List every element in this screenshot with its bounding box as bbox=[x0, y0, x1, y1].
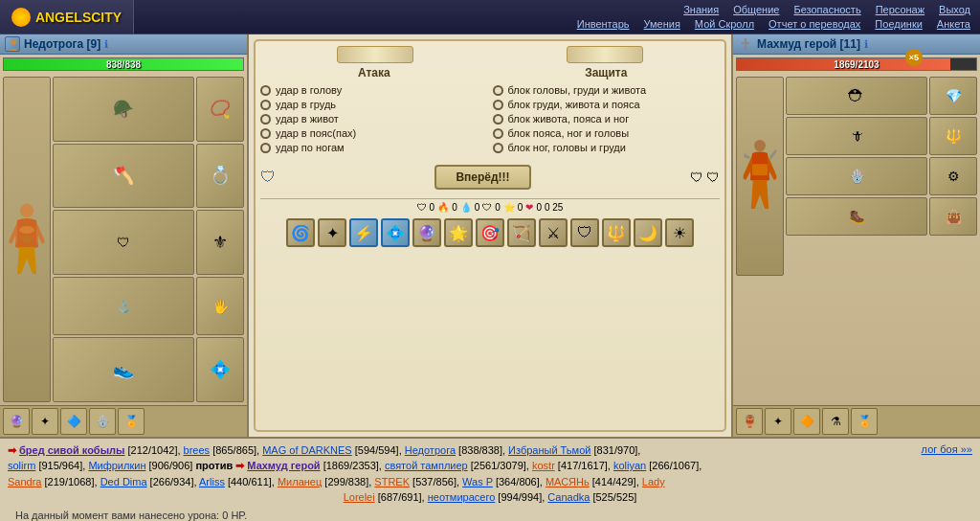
attack-groin-radio[interactable] bbox=[260, 128, 271, 139]
defense-chest-radio[interactable] bbox=[493, 100, 503, 110]
right-slot-1[interactable]: ⛑ bbox=[786, 77, 927, 115]
log-mahmud[interactable]: Махмуд герой bbox=[247, 460, 320, 471]
left-slot-extra[interactable]: 💠 bbox=[196, 337, 244, 402]
forward-button[interactable]: Вперёд!!! bbox=[434, 165, 530, 190]
skill-10[interactable]: 🛡 bbox=[570, 218, 599, 247]
skill-5[interactable]: 🔮 bbox=[412, 218, 441, 247]
skill-8[interactable]: 🏹 bbox=[507, 218, 536, 247]
nav-znania[interactable]: Знания bbox=[683, 4, 719, 15]
defense-belly[interactable]: блок живота, пояса и ног bbox=[493, 113, 721, 125]
right-slot-7[interactable]: 🥾 bbox=[786, 197, 927, 236]
defense-legs-radio[interactable] bbox=[493, 143, 503, 153]
right-slot-8[interactable]: 👜 bbox=[929, 197, 977, 236]
log-mag[interactable]: MAG of DARKNES bbox=[262, 444, 352, 456]
left-bonus-1[interactable]: 🔮 bbox=[3, 408, 30, 435]
right-slot-6[interactable]: ⚙ bbox=[929, 157, 977, 195]
attack-legs-radio[interactable] bbox=[260, 143, 271, 153]
defense-head[interactable]: блок головы, груди и живота bbox=[493, 84, 721, 96]
left-slot-boots[interactable]: 👟 bbox=[53, 337, 194, 402]
nav-scroll[interactable]: Мой Скролл bbox=[695, 18, 754, 30]
log-neotmirasego[interactable]: неотмирасего bbox=[428, 491, 496, 503]
nav-obshenie[interactable]: Общение bbox=[733, 4, 779, 15]
nav-anketa[interactable]: Анкета bbox=[937, 18, 970, 30]
left-bonus-2[interactable]: ✦ bbox=[32, 408, 58, 435]
log-sivoykobily[interactable]: бред сивой кобылы bbox=[19, 444, 124, 456]
right-player-info-icon[interactable]: ℹ bbox=[864, 38, 868, 51]
stat-shield-val: 0 bbox=[430, 202, 435, 213]
attack-belly[interactable]: удар в живот bbox=[260, 113, 488, 125]
left-slot-glove[interactable]: 🖐 bbox=[196, 277, 244, 336]
left-bonus-4[interactable]: 🪬 bbox=[89, 408, 116, 435]
right-slot-2[interactable]: 💎 bbox=[929, 77, 977, 115]
log-sandra[interactable]: Sandra bbox=[8, 476, 41, 487]
right-bonus-2[interactable]: ✦ bbox=[765, 408, 791, 435]
skill-2[interactable]: ✦ bbox=[318, 218, 346, 247]
left-slot-head[interactable]: 🪖 bbox=[53, 77, 194, 142]
left-slot-weapon-main[interactable]: 🪓 bbox=[53, 144, 194, 209]
log-mifrilkin[interactable]: Мифрилкин bbox=[88, 460, 145, 471]
right-bonus-5[interactable]: 🏅 bbox=[851, 408, 878, 435]
right-slot-4[interactable]: 🔱 bbox=[929, 117, 977, 155]
left-player-info-icon[interactable]: ℹ bbox=[104, 38, 108, 51]
nav-personazh[interactable]: Персонаж bbox=[876, 4, 924, 15]
right-slot-3[interactable]: 🗡 bbox=[786, 117, 927, 155]
right-bonus-4[interactable]: ⚗ bbox=[822, 408, 849, 435]
log-strek[interactable]: STREK bbox=[374, 476, 410, 487]
left-slot-chest[interactable]: 🛡 bbox=[53, 210, 194, 275]
log-brees-hp: [865/865], bbox=[210, 444, 262, 456]
attack-legs[interactable]: удар по ногам bbox=[260, 142, 488, 153]
skill-12[interactable]: 🌙 bbox=[634, 218, 662, 247]
defense-legs[interactable]: блок ног, головы и груди bbox=[493, 142, 721, 153]
skill-6[interactable]: 🌟 bbox=[444, 218, 473, 247]
skill-11[interactable]: 🔱 bbox=[602, 218, 631, 247]
left-slot-belt[interactable]: ⚓ bbox=[53, 277, 194, 336]
log-koliyan[interactable]: koliyan bbox=[613, 460, 646, 471]
log-masyan[interactable]: МАСЯНь bbox=[546, 476, 590, 487]
right-slot-5[interactable]: 🪬 bbox=[786, 157, 927, 195]
attack-belly-radio[interactable] bbox=[260, 114, 271, 125]
nav-report[interactable]: Отчет о переводах bbox=[768, 18, 860, 30]
left-slot-bracelet[interactable]: ⚜ bbox=[196, 210, 244, 275]
attack-chest[interactable]: удар в грудь bbox=[260, 99, 488, 110]
skill-1[interactable]: 🌀 bbox=[286, 218, 315, 247]
log-milanec[interactable]: Миланец bbox=[278, 476, 322, 487]
skill-3[interactable]: ⚡ bbox=[349, 218, 378, 247]
battle-log-link[interactable]: лог боя »» bbox=[922, 442, 972, 457]
attack-groin[interactable]: удар в пояс(пах) bbox=[260, 127, 488, 139]
defense-groin-radio[interactable] bbox=[493, 128, 503, 139]
attack-head[interactable]: удар в голову bbox=[260, 84, 488, 96]
attack-chest-radio[interactable] bbox=[260, 100, 271, 110]
right-bonus-1[interactable]: 🏺 bbox=[736, 408, 763, 435]
defense-groin[interactable]: блок пояса, ног и головы bbox=[493, 127, 721, 139]
skill-4[interactable]: 💠 bbox=[381, 218, 410, 247]
nav-exit[interactable]: Выход bbox=[939, 4, 970, 15]
log-deddima[interactable]: Ded Dima bbox=[100, 476, 147, 487]
log-tampliyer[interactable]: святой тамплиер bbox=[385, 460, 468, 471]
log-wasp[interactable]: Was P bbox=[462, 476, 493, 487]
defense-chest[interactable]: блок груди, живота и пояса bbox=[493, 99, 721, 110]
nav-skills[interactable]: Умения bbox=[644, 18, 680, 30]
log-izbraniy[interactable]: Избраный Тьмой bbox=[508, 444, 590, 456]
defense-belly-radio[interactable] bbox=[493, 114, 503, 125]
left-slot-ring[interactable]: 💍 bbox=[196, 144, 244, 209]
defense-head-radio[interactable] bbox=[493, 85, 503, 96]
log-solirm[interactable]: solirm bbox=[8, 460, 35, 471]
skill-9[interactable]: ⚔ bbox=[539, 218, 568, 247]
left-slot-amulet[interactable]: 📿 bbox=[196, 77, 244, 142]
log-brees[interactable]: brees bbox=[184, 444, 211, 456]
left-bonus-3[interactable]: 🔷 bbox=[60, 408, 87, 435]
nav-inventory[interactable]: Инвентарь bbox=[577, 18, 630, 30]
right-bonus-3[interactable]: 🔶 bbox=[793, 408, 820, 435]
nav-battles[interactable]: Поединки bbox=[875, 18, 923, 30]
skill-7[interactable]: 🎯 bbox=[476, 218, 504, 247]
log-canadka[interactable]: Canadka bbox=[547, 491, 590, 503]
log-nedotroga[interactable]: Недотрога bbox=[405, 444, 456, 456]
left-bonus-5[interactable]: 🏅 bbox=[118, 408, 145, 435]
log-kostr[interactable]: kostr bbox=[532, 460, 555, 471]
attack-head-radio[interactable] bbox=[260, 85, 271, 96]
log-lorelei[interactable]: Lorelei bbox=[344, 491, 375, 503]
skill-13[interactable]: ☀ bbox=[665, 218, 694, 247]
nav-bezopasnost[interactable]: Безопасность bbox=[793, 4, 860, 15]
log-lady[interactable]: Lady bbox=[642, 476, 665, 487]
log-arliss[interactable]: Arliss bbox=[199, 476, 225, 487]
